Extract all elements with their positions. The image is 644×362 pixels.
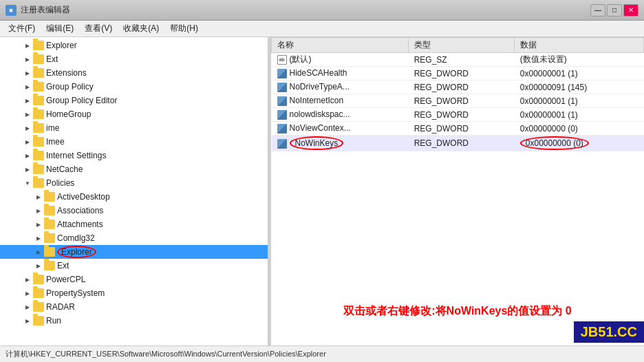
table-row[interactable]: HideSCAHealthREG_DWORD0x00000001 (1)	[272, 67, 644, 81]
cell-name-1: HideSCAHealth	[272, 67, 409, 81]
tree-label-ext-policies: Ext	[57, 261, 69, 270]
reg-name: NoWinKeys	[290, 138, 344, 148]
title-controls: — □ ✕	[590, 4, 638, 17]
registry-table: 名称 类型 数据 ab(默认)REG_SZ(数值未设置)HideSCAHealt…	[271, 37, 644, 151]
tree-item-group-policy-editor[interactable]: ▶Group Policy Editor	[0, 94, 268, 107]
table-header: 名称 类型 数据	[272, 38, 644, 53]
tree-item-explorer-top[interactable]: ▶Explorer	[0, 39, 268, 52]
tree-item-ext-top[interactable]: ▶Ext	[0, 52, 268, 66]
table-row[interactable]: NoWinKeysREG_DWORD0x00000000 (0)	[272, 136, 644, 151]
tree-arrow-ext-policies: ▶	[33, 260, 44, 271]
title-bar: ■ 注册表编辑器 — □ ✕	[0, 0, 644, 21]
cell-name-0: ab(默认)	[272, 53, 409, 67]
folder-icon-netcache	[33, 164, 44, 174]
tree-item-homegroup[interactable]: ▶HomeGroup	[0, 107, 268, 121]
table-row[interactable]: NoViewContex...REG_DWORD0x00000000 (0)	[272, 122, 644, 136]
tree-arrow-group-policy-editor: ▶	[22, 95, 33, 106]
watermark: JB51.CC	[574, 321, 644, 343]
tree-item-netcache[interactable]: ▶NetCache	[0, 162, 268, 176]
reg-icon	[277, 139, 287, 149]
tree-arrow-netcache: ▶	[22, 164, 33, 175]
reg-icon: ab	[277, 55, 287, 65]
reg-icon	[277, 69, 287, 78]
tree-arrow-homegroup: ▶	[22, 109, 33, 120]
folder-icon-comdlg32	[44, 233, 55, 243]
folder-icon-explorer-top	[33, 41, 44, 50]
tree-arrow-internet-settings: ▶	[22, 150, 33, 161]
folder-icon-activedesktop	[44, 192, 55, 202]
cell-data-4: 0x00000001 (1)	[515, 108, 644, 122]
tree-item-ime[interactable]: ▶ime	[0, 121, 268, 135]
tree-label-comdlg32: Comdlg32	[57, 233, 95, 243]
tree-item-extensions[interactable]: ▶Extensions	[0, 66, 268, 80]
table-row[interactable]: nolowdiskspac...REG_DWORD0x00000001 (1)	[272, 108, 644, 122]
cell-name-6: NoWinKeys	[272, 136, 409, 151]
folder-icon-policies	[33, 178, 44, 188]
close-button[interactable]: ✕	[623, 4, 638, 17]
tree-item-propertysystem[interactable]: ▶PropertySystem	[0, 286, 268, 300]
cell-data-2: 0x00000091 (145)	[515, 81, 644, 94]
tree-arrow-propertysystem: ▶	[22, 288, 33, 299]
tree-arrow-ime: ▶	[22, 123, 33, 134]
tree-item-imee[interactable]: ▶Imee	[0, 135, 268, 149]
menu-item-f[interactable]: 文件(F)	[3, 21, 41, 36]
tree-item-associations[interactable]: ▶Associations	[0, 204, 268, 217]
maximize-button[interactable]: □	[607, 4, 622, 17]
col-data: 数据	[515, 38, 644, 53]
table-row[interactable]: NoInternetIconREG_DWORD0x00000001 (1)	[272, 94, 644, 108]
cell-name-5: NoViewContex...	[272, 122, 409, 136]
menu-item-h[interactable]: 帮助(H)	[164, 21, 204, 36]
tree-item-activedesktop[interactable]: ▶ActiveDesktop	[0, 190, 268, 204]
tree-arrow-group-policy: ▶	[22, 81, 33, 92]
menu-item-v[interactable]: 查看(V)	[79, 21, 118, 36]
tree-item-ext-policies[interactable]: ▶Ext	[0, 259, 268, 273]
tree-label-policies: Policies	[46, 178, 74, 188]
folder-icon-extensions	[33, 68, 44, 78]
tree-item-internet-settings[interactable]: ▶Internet Settings	[0, 149, 268, 162]
folder-icon-explorer-policies	[44, 247, 55, 257]
minimize-button[interactable]: —	[590, 4, 605, 17]
folder-icon-homegroup	[33, 109, 44, 119]
folder-icon-ext-top	[33, 54, 44, 64]
folder-icon-imee	[33, 137, 44, 147]
registry-table-container[interactable]: 名称 类型 数据 ab(默认)REG_SZ(数值未设置)HideSCAHealt…	[271, 37, 644, 277]
table-row[interactable]: ab(默认)REG_SZ(数值未设置)	[272, 53, 644, 67]
tree-label-extensions: Extensions	[46, 68, 87, 78]
reg-name: HideSCAHealth	[290, 68, 347, 78]
tree-item-policies[interactable]: ▼Policies	[0, 176, 268, 190]
tree-label-propertysystem: PropertySystem	[46, 288, 105, 298]
cell-data-0: (数值未设置)	[515, 53, 644, 67]
tree-arrow-run: ▶	[22, 315, 33, 326]
tree-label-explorer-policies: Explorer	[57, 246, 96, 258]
tree-item-explorer-policies[interactable]: ▶Explorer	[0, 245, 268, 259]
tree-label-homegroup: HomeGroup	[46, 109, 91, 119]
folder-icon-powercpl	[33, 275, 44, 284]
menu-item-e[interactable]: 编辑(E)	[41, 21, 79, 36]
status-text: 计算机\HKEY_CURRENT_USER\Software\Microsoft…	[6, 349, 326, 359]
reg-name: NoDriveTypeA...	[290, 82, 350, 92]
folder-icon-internet-settings	[33, 151, 44, 160]
folder-icon-group-policy	[33, 82, 44, 92]
cell-data-5: 0x00000000 (0)	[515, 122, 644, 136]
tree-item-run[interactable]: ▶Run	[0, 314, 268, 328]
tree-arrow-associations: ▶	[33, 205, 44, 216]
main-content: ▶Explorer▶Ext▶Extensions▶Group Policy▶Gr…	[0, 37, 644, 345]
tree-item-group-policy[interactable]: ▶Group Policy	[0, 80, 268, 94]
tree-arrow-policies: ▼	[22, 178, 33, 189]
tree-arrow-radar: ▶	[22, 301, 33, 312]
folder-icon-group-policy-editor	[33, 96, 44, 105]
tree-panel[interactable]: ▶Explorer▶Ext▶Extensions▶Group Policy▶Gr…	[0, 37, 268, 345]
table-row[interactable]: NoDriveTypeA...REG_DWORD0x00000091 (145)	[272, 81, 644, 94]
reg-name: nolowdiskspac...	[290, 109, 350, 119]
tree-item-attachments[interactable]: ▶Attachments	[0, 217, 268, 231]
reg-name: NoInternetIcon	[290, 96, 344, 105]
tree-label-group-policy-editor: Group Policy Editor	[46, 96, 117, 105]
reg-icon	[277, 96, 287, 106]
tree-item-powercpl[interactable]: ▶PowerCPL	[0, 273, 268, 286]
cell-name-3: NoInternetIcon	[272, 94, 409, 108]
menu-item-a[interactable]: 收藏夹(A)	[118, 21, 164, 36]
tree-label-attachments: Attachments	[57, 220, 103, 229]
tree-item-radar[interactable]: ▶RADAR	[0, 300, 268, 314]
annotation-text: 双击或者右键修改:将NoWinKeys的值设置为 0	[343, 304, 571, 319]
tree-item-comdlg32[interactable]: ▶Comdlg32	[0, 231, 268, 245]
